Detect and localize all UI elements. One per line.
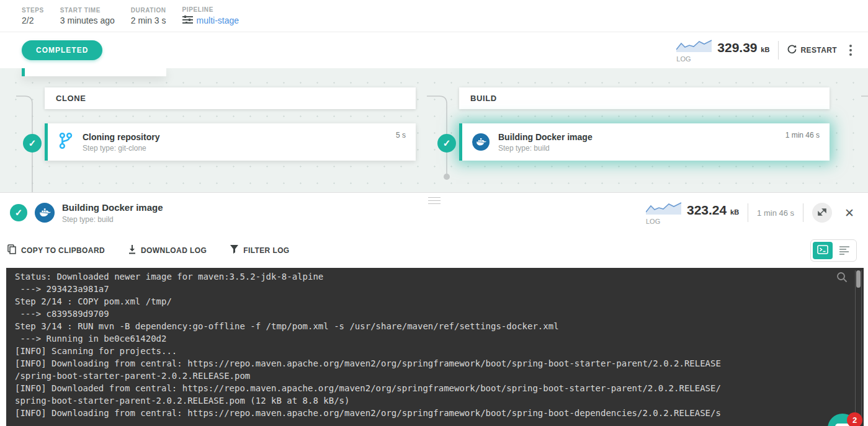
copy-icon <box>7 244 16 256</box>
git-clone-icon <box>58 132 74 152</box>
restart-icon <box>787 45 797 56</box>
download-label: DOWNLOAD LOG <box>141 246 207 255</box>
sliders-icon <box>182 15 193 26</box>
log-label: LOG <box>676 55 691 63</box>
duration-label: DURATION <box>131 7 166 14</box>
log-sparkline-chart <box>646 201 682 217</box>
filter-label: FILTER LOG <box>243 246 289 255</box>
start-time-value: 3 minutes ago <box>60 16 115 25</box>
pipeline-link[interactable]: multi-stage <box>197 16 239 25</box>
terminal-scrollbar-thumb[interactable] <box>856 270 861 288</box>
step-duration: 1 min 46 s <box>785 131 820 140</box>
steps-value: 2/2 <box>22 16 44 25</box>
log-size-unit: kB <box>730 208 739 216</box>
docker-icon <box>472 133 490 151</box>
step-name: Cloning repository <box>83 132 159 142</box>
panel-step-duration: 1 min 46 s <box>757 208 794 218</box>
log-size-widget: LOG 323.24 kB <box>646 201 739 225</box>
status-badge: COMPLETED <box>22 40 102 60</box>
filter-log-button[interactable]: FILTER LOG <box>230 245 289 255</box>
log-toolbar: COPY TO CLIPBOARD DOWNLOAD LOG FILTER LO… <box>0 233 868 268</box>
panel-step-type: Step type: build <box>62 215 163 224</box>
chat-notification-badge: 2 <box>847 412 862 426</box>
log-sparkline-chart <box>676 38 712 55</box>
divider <box>748 203 748 222</box>
filter-funnel-icon <box>230 245 238 255</box>
search-log-icon[interactable] <box>836 272 848 285</box>
divider <box>778 41 779 60</box>
step-name: Building Docker image <box>498 132 593 142</box>
download-log-button[interactable]: DOWNLOAD LOG <box>128 245 207 256</box>
stat-start-time: START TIME 3 minutes ago <box>60 7 115 25</box>
log-size-value: 329.39 <box>717 40 757 55</box>
log-size-widget: LOG 329.39 kB <box>676 38 769 63</box>
step-card-clone[interactable]: Cloning repository Step type: git-clone … <box>45 123 416 161</box>
stage-header-build: BUILD <box>459 87 830 109</box>
step-success-check-icon: ✓ <box>10 204 27 221</box>
pipeline-label: PIPELINE <box>182 6 239 13</box>
step-success-check-icon: ✓ <box>23 134 42 153</box>
stage-title: BUILD <box>470 94 497 103</box>
log-size-unit: kB <box>761 46 769 53</box>
stage-title: CLONE <box>56 94 86 103</box>
close-panel-button[interactable]: ✕ <box>841 205 858 221</box>
log-output: Status: Downloaded newer image for maven… <box>6 268 864 422</box>
start-time-label: START TIME <box>60 7 115 14</box>
log-view-toggle <box>810 239 857 262</box>
text-lines-icon <box>839 245 849 256</box>
build-stats-bar: STEPS 2/2 START TIME 3 minutes ago DURAT… <box>0 0 868 32</box>
text-view-button[interactable] <box>834 242 854 259</box>
panel-drag-handle[interactable] <box>428 197 441 204</box>
run-header: COMPLETED LOG 329.39 kB <box>0 32 868 68</box>
copy-label: COPY TO CLIPBOARD <box>21 246 105 255</box>
stat-steps: STEPS 2/2 <box>22 7 44 25</box>
steps-label: STEPS <box>22 7 44 14</box>
stat-duration: DURATION 2 min 3 s <box>131 7 166 25</box>
more-options-button[interactable] <box>846 42 856 58</box>
terminal-scrollbar-track[interactable] <box>855 270 862 424</box>
step-type: Step type: build <box>498 144 593 153</box>
pipeline-canvas: CLONE Cloning repository Step type: git-… <box>0 68 868 192</box>
scrolled-stage-card-partial <box>22 68 166 76</box>
step-detail-panel-header: ✓ Building Docker image Step type: build <box>0 192 868 233</box>
step-card-build[interactable]: Building Docker image Step type: build 1… <box>459 123 830 161</box>
download-icon <box>128 245 136 256</box>
log-terminal[interactable]: Status: Downloaded newer image for maven… <box>6 268 864 426</box>
expand-panel-button[interactable] <box>812 203 832 223</box>
expand-icon <box>818 208 826 218</box>
terminal-view-button[interactable] <box>813 242 833 259</box>
step-success-check-icon: ✓ <box>437 134 456 153</box>
divider <box>803 203 803 222</box>
restart-button[interactable]: RESTART <box>787 45 837 56</box>
stage-header-clone: CLONE <box>45 87 416 109</box>
step-type: Step type: git-clone <box>83 144 159 153</box>
log-size-value: 323.24 <box>687 203 727 217</box>
step-duration: 5 s <box>396 131 406 140</box>
duration-value: 2 min 3 s <box>131 16 166 25</box>
log-label: LOG <box>646 218 660 225</box>
panel-step-title: Building Docker image <box>62 202 163 213</box>
copy-to-clipboard-button[interactable]: COPY TO CLIPBOARD <box>7 244 105 256</box>
terminal-icon <box>817 245 828 256</box>
docker-icon <box>35 203 55 223</box>
stat-pipeline: PIPELINE multi-stage <box>182 6 239 26</box>
restart-label: RESTART <box>800 46 837 55</box>
